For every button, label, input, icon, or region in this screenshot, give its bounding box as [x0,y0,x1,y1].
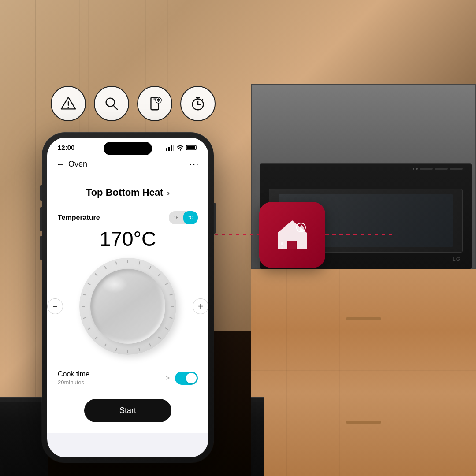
svg-rect-24 [196,147,197,149]
header-title: Oven [68,160,87,169]
svg-line-40 [105,344,107,346]
cook-time-info: Cook time 20minutes [58,370,89,386]
phone-screen: 12:00 [47,138,208,457]
svg-rect-15 [288,241,296,249]
svg-line-4 [113,105,118,110]
alert-icon-button[interactable] [51,86,86,121]
wifi-icon [176,145,184,151]
svg-line-28 [149,266,151,269]
svg-point-18 [281,247,283,249]
svg-line-30 [165,283,168,285]
signal-icon [166,145,174,151]
svg-point-2 [68,107,69,108]
svg-line-47 [95,274,97,276]
floating-icons-group [51,86,216,121]
status-time: 12:00 [58,144,74,151]
unit-fahrenheit-button[interactable]: °F [169,211,183,224]
svg-line-31 [170,294,173,295]
cook-time-label: Cook time [58,370,89,378]
svg-line-35 [158,337,160,339]
svg-line-27 [139,262,140,265]
cook-time-row: Cook time 20minutes > [56,364,200,392]
temperature-increase-button[interactable]: + [193,298,208,314]
app-header: ← Oven ⋯ [47,155,208,176]
svg-rect-20 [168,147,170,151]
connection-line-right [325,234,396,235]
svg-line-29 [158,274,160,276]
svg-line-34 [165,328,168,330]
temperature-header: Temperature °F °C [58,211,198,224]
svg-line-49 [116,262,117,265]
app-content: Top Bottom Heat › Temperature °F °C 170°… [47,176,208,392]
cook-time-arrow[interactable]: > [166,374,170,382]
temperature-decrease-button[interactable]: − [47,298,63,314]
dial-shine [101,275,128,293]
svg-line-39 [116,348,117,351]
temperature-dial[interactable] [79,258,176,355]
cook-time-duration: 20minutes [58,379,89,386]
start-button[interactable]: Start [84,399,171,422]
svg-point-17 [281,242,283,245]
svg-line-36 [149,344,151,346]
svg-line-45 [83,294,86,295]
search-icon-button[interactable] [94,86,129,121]
battery-icon [186,145,198,151]
cabinet-right-bottom [251,269,476,476]
svg-line-46 [88,283,90,285]
svg-rect-21 [171,145,172,151]
dial-container: − [56,258,200,355]
back-button[interactable]: ← Oven [56,159,87,169]
svg-line-43 [83,317,86,318]
mode-arrow: › [167,188,170,198]
temperature-label: Temperature [58,214,100,222]
temperature-section: Temperature °F °C 170°C [56,211,200,251]
unit-toggle[interactable]: °F °C [169,211,198,224]
status-icons [166,145,198,151]
mode-label: Top Bottom Heat [86,187,164,198]
svg-rect-25 [187,146,195,149]
smart-home-icon[interactable] [259,202,325,268]
smart-notification-icon-button[interactable] [137,86,172,121]
svg-line-41 [95,337,97,339]
mode-selector[interactable]: Top Bottom Heat › [56,176,200,203]
svg-line-48 [105,266,107,269]
phone-container: 12:00 [42,132,214,463]
dial-inner [90,269,165,344]
svg-rect-19 [166,148,167,151]
temperature-value: 170°C [58,227,198,251]
svg-line-42 [88,328,90,330]
timer-icon-button[interactable] [180,86,216,121]
back-arrow: ← [56,159,65,169]
svg-line-33 [170,317,173,318]
svg-rect-22 [173,145,174,151]
svg-line-14 [202,99,203,100]
more-menu-button[interactable]: ⋯ [189,158,200,170]
start-button-container: Start [47,392,208,433]
phone-outer: 12:00 [42,132,214,463]
cook-time-toggle[interactable] [175,372,198,385]
dynamic-island [104,142,152,155]
toggle-knob [186,373,197,383]
unit-celsius-button[interactable]: °C [183,211,198,224]
cook-time-controls: > [166,372,198,385]
svg-line-37 [139,348,140,351]
